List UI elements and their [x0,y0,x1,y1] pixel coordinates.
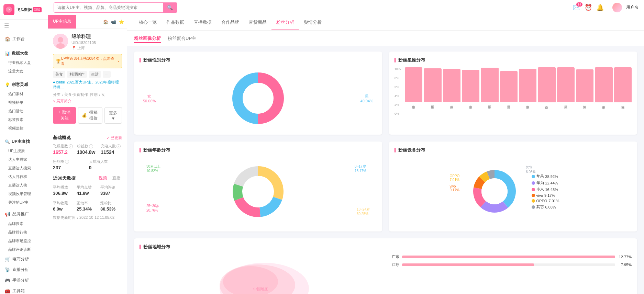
up-tag-more[interactable]: ... [103,71,111,78]
sidebar-item-hot-material[interactable]: 热门素材 [5,90,48,98]
up-promo[interactable]: 🏆 UP主近3月上榜1084次，点击查看 › [53,54,122,68]
male-label: 男 49.94% [360,94,373,103]
recent-tab-live[interactable]: 直播 [111,174,122,182]
quote-button[interactable]: 💰 投稿报价 [78,107,102,124]
tab-works[interactable]: 作品数据 [162,15,189,30]
analysis-btn-portrait[interactable]: 粉丝画像分析 [134,35,161,43]
sidebar-item-video-effect[interactable]: 视频效果管理 [5,190,48,198]
mail-icon[interactable]: ✉️ 14 [573,4,580,11]
sidebar-item-brand-market[interactable]: 品牌市场监控 [5,237,48,245]
bar-col-7: 处女座 [538,67,555,115]
up-icon: 🔍 [5,139,10,144]
feigua-info-icon[interactable]: i [69,144,73,148]
search-button[interactable]: 🔍 [163,3,177,12]
sidebar-item-anchor-rank[interactable]: 达人邦行榜 [5,172,48,181]
bell-icon[interactable]: 🔔 [596,4,604,11]
sidebar-item-followed-up[interactable]: 关注的UP主 [5,198,48,207]
region-content: 中国地图 广东 12.77% [140,254,632,294]
expand-intro[interactable]: ∨ 展开简介 [53,99,122,104]
constellation-chart: 10% 8% 6% 4% 2% 0% 水瓶座双鱼座白羊座金牛座双子座巨蟹座狮子座… [395,67,632,122]
constellation-title: 粉丝星座分布 [395,57,632,63]
up-tag-life[interactable]: 生活 [89,71,101,78]
follow-button[interactable]: + 取消关注 [53,107,76,124]
charge-fans-value: 11524 [101,149,122,155]
sidebar-section-up-title[interactable]: 🔍UP主查找 [0,137,48,147]
sidebar-item-tools[interactable]: 🧰工具箱 [0,286,48,294]
sidebar-item-video-rank[interactable]: 视频榜单 [5,98,48,107]
sidebar-item-anchor-home[interactable]: 达人主播家 [5,155,48,164]
charge-info-icon[interactable]: i [116,144,121,148]
star-nav-icon[interactable]: ⭐ [119,20,124,24]
sidebar-item-industry[interactable]: 行业视频大盘 [5,58,48,67]
tab-fans[interactable]: 粉丝分析 [271,15,299,30]
tab-sentiment[interactable]: 舆情分析 [299,15,326,30]
tab-core[interactable]: 核心一览 [134,15,162,30]
tab-live[interactable]: 直播数据 [189,15,216,30]
clock-icon[interactable]: ⏰ [585,4,592,11]
female-pct: 50.06% [143,99,156,103]
analysis-btn-match[interactable]: 粉丝蛋合UP主 [168,35,196,43]
fans-circle-info-icon[interactable]: i [65,160,69,164]
sidebar-item-tag-search[interactable]: 标签搜索 [5,115,48,124]
more-button[interactable]: 更多 ▼ [104,107,122,124]
avatar[interactable] [612,3,622,12]
sidebar-item-up-search[interactable]: UP主搜索 [5,147,48,155]
female-gender-label: 女 [147,94,151,98]
interaction-value: 25.34% [77,206,98,212]
search-box: 🔍 [54,2,177,13]
sidebar-item-video-monitor[interactable]: 视频监控 [5,124,48,133]
bar-fill-6 [519,69,536,102]
sidebar-item-live-rank[interactable]: 直播达人榜 [5,181,48,190]
bar-label-6: 狮子座 [526,103,530,115]
device-label-other: 其它6.03% [526,165,535,174]
sidebar-item-traffic[interactable]: 流量大盘 [5,67,48,76]
tab-goods[interactable]: 带货商品 [244,15,271,30]
sidebar-item-game[interactable]: 🎮手游分析 [0,275,48,286]
up-category: 分类：美食·美食制作 性别：女 [53,92,122,97]
bar-fill-1 [424,68,441,102]
sidebar-section-creative-title[interactable]: 💡创意灵感 [0,80,48,90]
charts-row-2: 粉丝年龄分布 [134,142,637,231]
panel-tab-upinfo[interactable]: UP主信息 [48,15,76,29]
up-tags: 美食 料理制作 生活 ... [53,71,122,78]
male-pct: 49.94% [360,99,373,103]
apple-dot [532,175,535,178]
sidebar-section-data-title[interactable]: 📊数据大盘 [0,48,48,58]
sidebar-item-live[interactable]: 📡直播分析 [0,264,48,275]
sidebar-item-brand-search[interactable]: 品牌搜索 [5,219,48,228]
recent-tab-video[interactable]: 视频 [97,174,108,182]
up-tag-cooking[interactable]: 料理制作 [67,71,87,78]
sidebar-item-brand[interactable]: 📢品牌推广 [0,209,48,219]
huawei-dot [532,181,535,185]
sidebar-item-brand-rank[interactable]: 品牌排行榜 [5,228,48,237]
gender-donut-svg [227,67,289,129]
sidebar-item-ecommerce[interactable]: 🛒电商分析 [0,254,48,264]
device-label-vivo: vivo9.17% [450,184,459,192]
bar-fill-8 [557,67,575,102]
data-icon: 📊 [5,51,10,56]
oppo-pct: 7.01% [548,199,559,203]
oppo-dot [532,199,535,203]
analysis-header: 粉丝画像分析 粉丝蛋合UP主 [127,31,644,46]
ecommerce-icon: 🛒 [5,257,10,262]
video-nav-icon[interactable]: 📹 [111,20,116,24]
home-nav-icon[interactable]: 🏠 [103,20,108,24]
y-label-6: 6% [395,85,404,89]
sidebar-item-brand-comment[interactable]: 品牌评论诊断 [5,245,48,254]
fans-info-icon[interactable]: i [89,144,93,148]
y-label-10: 10% [395,67,404,71]
bar-fill-5 [500,71,518,102]
bar-col-1: 双鱼座 [424,67,441,115]
tab-brand[interactable]: 合作品牌 [216,15,244,30]
region-guangdong: 广东 12.77% [389,254,632,259]
menu-toggle[interactable]: ☰ [0,20,48,32]
up-tag-food[interactable]: 美食 [53,71,65,78]
updated-badge: ✓ 已更新 [107,135,122,140]
sidebar-item-workspace[interactable]: 🏠 工作台 [0,34,48,44]
y-label-0: 0% [395,112,404,115]
sidebar-item-hot-activity[interactable]: 热门活动 [5,107,48,115]
search-input[interactable] [54,3,163,12]
topbar-right: ✉️ 14 ⏰ 🔔 用户名 [573,3,639,12]
sidebar-item-live-anchor-search[interactable]: 直播达人搜索 [5,164,48,172]
guangdong-pct: 12.77% [618,255,632,259]
